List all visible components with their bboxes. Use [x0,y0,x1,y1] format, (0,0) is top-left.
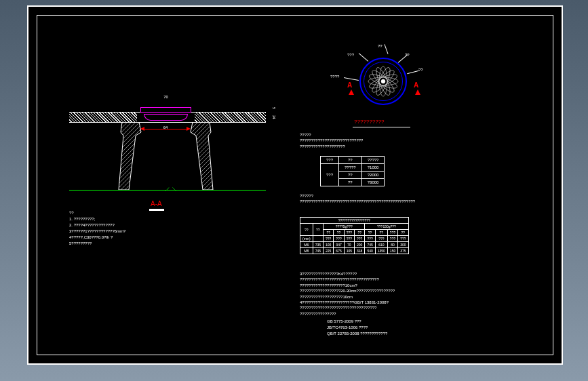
dimension-70: 70 [137,95,195,99]
pier-right [186,122,216,190]
leader-line [344,77,359,81]
t2-h: ?? [313,224,323,236]
leader-line [398,54,408,62]
t2-d: 375 [398,248,408,254]
t2-d: 200 [355,242,365,248]
plan-view: ?? ??? ?? ?? ???? A A [327,41,442,122]
t2-d: 540 [365,248,375,254]
spec-1: GB 5775-2009 ??? [327,319,387,325]
rt1-header: ????? [300,132,363,138]
t1-cell: ????? [361,157,385,164]
note-4: 4?????,C30???0.0?fh ? [69,235,125,241]
svg-point-9 [381,79,385,83]
notes-block: ?? 1. ?????????; 2. ????4????????????? 3… [69,210,125,247]
t2-h: ???150g??? [365,224,408,230]
t2-d: 347 [334,242,344,248]
t1-cell: ??? [321,157,339,164]
leader-t4: ?? [418,68,423,72]
dim-line [142,129,189,129]
t2-h: ?? [300,224,313,236]
leader-t2: ??? [347,53,354,57]
section-label-underline [149,209,164,211]
rt2-header: ?????? [300,193,415,199]
hatch-left [69,112,137,122]
t2-d: 318 [355,248,365,254]
rt3-p5: 4???????????????????????GB/T 13831-2008? [300,300,395,305]
right-text-1: ????? ???????????????????????????? ?????… [300,132,363,149]
section-view-a-a: 70 64 5 24 ⟋⟍ [69,95,266,203]
t2-d: 105 [344,248,354,254]
t2-u: ??? [365,236,375,242]
a-triangle-right-icon [415,89,420,95]
t1-cell: ?3000 [361,179,385,186]
leader-line [407,71,419,75]
t1-cell: ?? [339,172,362,179]
specs-block: GB 5775-2009 ??? JB/TC4763-1006 ???? QB/… [327,319,387,337]
break-symbol-icon: ⟋⟍ [164,185,178,193]
drawing-frame: 70 64 5 24 ⟋⟍ A-A ?? ??? ?? ?? ???? A [27,5,563,365]
rt3-p4: ???????????????????10cm [300,294,395,300]
t2-u: (mm) [300,236,313,242]
t2-d: 150 [387,248,397,254]
t1-cell: ?2000 [361,172,385,179]
dim-v2: 24 [272,115,276,119]
rt3-p3: ??????????????????20-30cm???????????????… [300,288,395,294]
section-label: A-A [151,200,162,207]
spec-3: QB/T 22785-2008 ???????????? [327,331,387,337]
t2-u: ??? [334,236,344,242]
t2-d: 745 [313,248,323,254]
t2-d: 70 [344,242,354,248]
t2-d: M8 [300,248,313,254]
t2-u: ??? [375,236,387,242]
t2-u: ??? [344,236,354,242]
pier-left [115,122,146,190]
t2-d: 300 [398,242,408,248]
rt3-h: 3????????????????K4?????? [300,271,395,277]
a-triangle-left-icon [349,89,354,95]
t2-sh: ?? [355,230,365,236]
hatch-right [195,112,266,122]
rt1-p2: ???????????????????? [300,144,363,149]
t2-d: 745 [365,242,375,248]
t2-title: ????????????????? [300,218,409,224]
t2-sh: ??? [344,230,354,236]
t2-u: ??? [324,236,334,242]
table-1: ?????????? ?????????1000 ???2000 ???3000 [320,156,385,186]
t1-cell: ????? [339,164,362,172]
t2-sh: ??? [387,230,397,236]
t2-u: ??? [398,236,408,242]
note-3: 3??????1????????????6mm? [69,228,125,235]
table-2: ????????????????? ????????5g??????150g??… [300,217,409,254]
cover-underside [144,114,188,121]
rt3-p1: ??????????????????????????????????? [300,277,395,282]
rt3-p2: ????????????????????10cm? [300,283,395,288]
note-2: 2. ????4????????????? [69,222,125,228]
leader-line [384,44,388,54]
leader-t5: ???? [330,75,339,79]
dim-v1: 5 [272,107,276,109]
t2-sh: ?? [398,230,408,236]
t2-d: 610 [375,242,387,248]
manhole-cover [140,107,191,113]
t2-d: 80 [387,242,397,248]
t1-cell: ??? [321,164,339,186]
rt1-p1: ???????????????????????????? [300,138,363,143]
t1-cell: ?? [339,179,362,186]
t1-cell: ?? [339,157,362,164]
t2-u [313,236,323,242]
t2-sh: ?? [324,230,334,236]
plan-title-underline [353,127,410,127]
right-text-3: 3????????????????K4?????? ??????????????… [300,271,395,317]
a-mark-left: A [347,81,352,89]
t2-u: ??? [355,236,365,242]
t2-sh: ?? [334,230,344,236]
t2-d: 1350 [375,248,387,254]
rt3-p6: ?????????????????????????????????? [300,305,395,310]
t2-d: 225 [324,248,334,254]
right-text-2: ?????? ?????????????????????????????????… [300,193,415,205]
t2-d: 735 [313,242,323,248]
rt3-p7: ???????????????? [300,311,395,317]
t2-d: 100 [324,242,334,248]
note-5: 5????????? [69,241,125,247]
t2-sh: ?? [375,230,387,236]
